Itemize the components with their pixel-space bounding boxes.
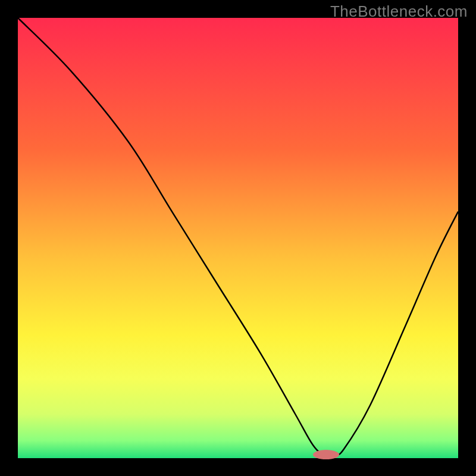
optimal-marker bbox=[313, 450, 339, 459]
bottleneck-chart bbox=[0, 0, 476, 476]
chart-frame: TheBottleneck.com bbox=[0, 0, 476, 476]
watermark-label: TheBottleneck.com bbox=[330, 2, 468, 21]
plot-background bbox=[18, 18, 458, 458]
